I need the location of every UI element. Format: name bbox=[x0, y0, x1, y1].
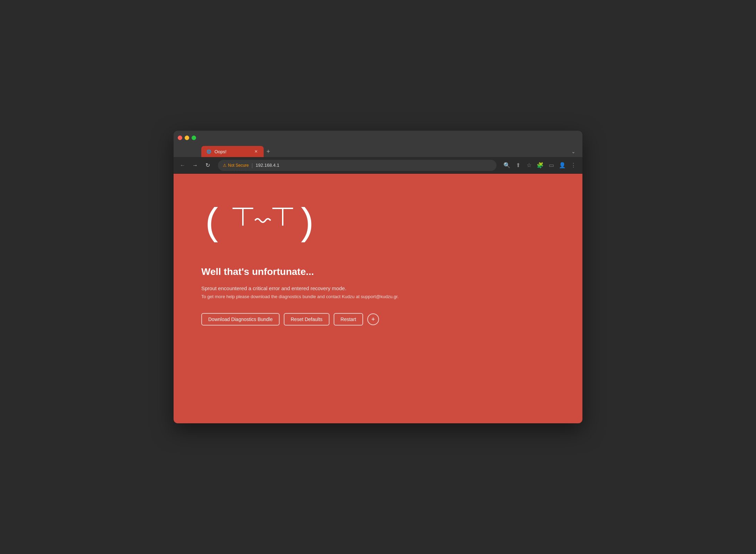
warning-icon: ⚠ bbox=[223, 163, 227, 168]
error-sub-text: To get more help please download the dia… bbox=[201, 294, 555, 299]
reset-defaults-button[interactable]: Reset Defaults bbox=[284, 313, 329, 326]
svg-text:): ) bbox=[295, 202, 312, 243]
profile-icon[interactable]: 👤 bbox=[557, 161, 567, 170]
tab-oops[interactable]: 🌐 Oops! ✕ bbox=[201, 146, 264, 157]
extensions-icon[interactable]: 🧩 bbox=[535, 161, 545, 170]
security-indicator: ⚠ Not Secure bbox=[223, 163, 249, 168]
security-label: Not Secure bbox=[228, 163, 249, 168]
more-options-button[interactable]: + bbox=[367, 313, 379, 325]
url-bar[interactable]: ⚠ Not Secure | 192.168.4.1 bbox=[218, 160, 496, 171]
search-icon[interactable]: 🔍 bbox=[502, 161, 512, 170]
tab-bar: 🌐 Oops! ✕ + ⌄ bbox=[174, 145, 582, 157]
close-button[interactable] bbox=[178, 136, 182, 140]
address-bar: ← → ↻ ⚠ Not Secure | 192.168.4.1 🔍 ⬆ ☆ 🧩… bbox=[174, 157, 582, 174]
back-button[interactable]: ← bbox=[178, 161, 187, 170]
restart-button[interactable]: Restart bbox=[334, 313, 363, 326]
tab-close-icon[interactable]: ✕ bbox=[253, 149, 259, 154]
download-diagnostics-button[interactable]: Download Diagnostics Bundle bbox=[201, 313, 280, 326]
error-description: Sprout encountered a critical error and … bbox=[201, 284, 555, 293]
error-heading: Well that's unfortunate... bbox=[201, 266, 555, 277]
traffic-lights bbox=[178, 136, 196, 140]
menu-icon[interactable]: ⋮ bbox=[569, 161, 578, 170]
url-text: 192.168.4.1 bbox=[256, 163, 280, 168]
forward-button[interactable]: → bbox=[190, 161, 200, 170]
tab-dropdown[interactable]: ⌄ bbox=[569, 146, 578, 157]
page-content: ( ) Well that's unfortunate... Sprout en… bbox=[174, 174, 582, 423]
browser-window: 🌐 Oops! ✕ + ⌄ ← → ↻ ⚠ Not Secure | 192.1… bbox=[174, 131, 582, 423]
action-buttons: Download Diagnostics Bundle Reset Defaul… bbox=[201, 313, 555, 326]
maximize-button[interactable] bbox=[192, 136, 196, 140]
reload-button[interactable]: ↻ bbox=[203, 161, 212, 170]
error-face-svg: ( ) bbox=[201, 201, 312, 243]
svg-text:(: ( bbox=[201, 202, 225, 243]
title-bar bbox=[174, 131, 582, 145]
ascii-art-face: ( ) bbox=[201, 201, 555, 249]
bookmark-icon[interactable]: ☆ bbox=[524, 161, 534, 170]
new-tab-button[interactable]: + bbox=[264, 146, 273, 157]
tab-title: Oops! bbox=[214, 149, 250, 154]
toolbar-icons: 🔍 ⬆ ☆ 🧩 ▭ 👤 ⋮ bbox=[502, 161, 578, 170]
sidebar-icon[interactable]: ▭ bbox=[546, 161, 556, 170]
share-icon[interactable]: ⬆ bbox=[513, 161, 523, 170]
minimize-button[interactable] bbox=[185, 136, 189, 140]
tab-favicon: 🌐 bbox=[206, 149, 212, 154]
url-divider: | bbox=[252, 163, 253, 168]
